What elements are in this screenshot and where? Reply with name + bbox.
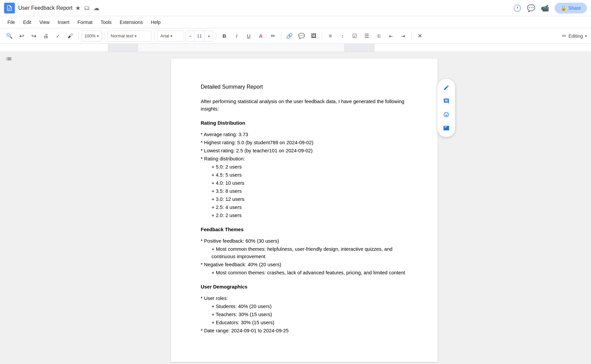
floating-suggest-button[interactable] (440, 122, 452, 134)
separator-1 (78, 32, 79, 40)
search-icon: 🔍 (6, 33, 13, 39)
image-button[interactable]: 🖼 (308, 31, 319, 41)
rating-3-5: + 3.5: 8 users (212, 187, 408, 195)
italic-button[interactable]: I (231, 31, 242, 41)
increase-indent-icon: ⇥ (401, 33, 405, 39)
separator-6 (322, 32, 322, 40)
rating-5: + 5.0: 2 users (212, 163, 408, 171)
menu-item-view[interactable]: View (36, 18, 53, 26)
font-label: Arial (160, 33, 169, 38)
zoom-dropdown[interactable]: 100% ▾ (81, 31, 102, 41)
ruler-left-margin (108, 44, 138, 52)
editing-label: Editing (568, 33, 583, 39)
meet-icon[interactable]: 📹 (541, 4, 549, 12)
numbered-list-button[interactable]: ① (373, 31, 384, 41)
style-dropdown[interactable]: Normal text ▾ (108, 31, 151, 41)
demographics-items: * User roles: + Students: 40% (20 users)… (201, 295, 408, 334)
print-icon: 🖨 (43, 33, 49, 39)
bullet-list-button[interactable]: ☰ (361, 31, 372, 41)
decrease-indent-button[interactable]: ⇤ (386, 31, 396, 41)
link-button[interactable]: 🔗 (284, 31, 295, 41)
font-size-decrease[interactable]: − (186, 31, 194, 41)
style-label: Normal text (111, 33, 133, 38)
numbered-list-icon: ① (377, 33, 381, 39)
align-button[interactable]: ≡ (325, 31, 336, 41)
bold-button[interactable]: B (219, 31, 230, 41)
clear-format-icon: ✕ (418, 33, 422, 39)
menu-item-format[interactable]: Format (74, 18, 96, 26)
increase-indent-button[interactable]: ⇥ (398, 31, 409, 41)
drive-icon[interactable]: 🗂 (84, 4, 90, 11)
separator-2 (105, 32, 105, 40)
outline-button[interactable] (5, 56, 12, 64)
app-icon (4, 3, 15, 13)
title-right: 🕐 💬 📹 🔒 Share (513, 3, 587, 13)
redo-button[interactable]: ↪ (28, 31, 39, 41)
educators-stat: + Educators: 30% (15 users) (212, 319, 408, 326)
cloud-icon[interactable]: ☁ (93, 4, 100, 12)
doc-page[interactable]: Detailed Summary Report After performing… (171, 59, 438, 362)
avg-rating: * Average rating: 3.73 (201, 131, 408, 138)
main-layout: Detailed Summary Report After performing… (0, 52, 591, 364)
undo-icon: ↩ (19, 32, 24, 40)
menu-item-file[interactable]: File (4, 18, 19, 26)
decrease-indent-icon: ⇤ (389, 33, 393, 39)
font-size-input[interactable] (194, 31, 205, 41)
menu-item-extensions[interactable]: Extensions (116, 18, 146, 26)
lock-icon: 🔒 (561, 5, 566, 11)
negative-feedback: * Negative feedback: 40% (20 users) (201, 261, 408, 268)
text-color-button[interactable]: A (255, 31, 266, 41)
doc-area[interactable]: Detailed Summary Report After performing… (18, 52, 591, 364)
highest-rating: * Highest rating: 5.0 (by student789 on … (201, 139, 408, 146)
comment-button[interactable]: 💬 (296, 31, 307, 41)
text-color-icon: A (259, 33, 263, 39)
separator-3 (154, 32, 154, 40)
spell-check-button[interactable]: ✓ (53, 31, 63, 41)
floating-emoji-button[interactable] (440, 109, 452, 121)
clear-format-button[interactable]: ✕ (414, 31, 425, 41)
feedback-title: Feedback Themes (201, 226, 408, 233)
undo-button[interactable]: ↩ (16, 31, 27, 41)
underline-button[interactable]: U (243, 31, 254, 41)
user-roles-label: * User roles: (201, 295, 408, 302)
bold-icon: B (223, 33, 226, 39)
left-sidebar (0, 52, 18, 364)
editing-chevron: ▾ (585, 34, 587, 38)
font-dropdown[interactable]: Arial ▾ (157, 31, 184, 41)
ruler-content (108, 44, 374, 52)
doc-intro: After performing statistical analysis on… (201, 98, 408, 113)
redo-icon: ↪ (31, 32, 36, 40)
floating-edit-button[interactable] (440, 82, 452, 94)
teachers-stat: + Teachers: 30% (15 users) (212, 311, 408, 318)
comments-icon[interactable]: 💬 (527, 4, 535, 12)
editing-mode[interactable]: ✏ Editing ▾ (562, 33, 587, 39)
menu-item-help[interactable]: Help (147, 18, 164, 26)
doc-title[interactable]: User Feedback Report (18, 5, 73, 11)
floating-add-comment-button[interactable] (440, 95, 452, 107)
paint-format-button[interactable]: 🖌 (65, 31, 76, 41)
highlight-button[interactable]: ✏ (268, 31, 278, 41)
floating-actions (438, 79, 455, 137)
share-button[interactable]: 🔒 Share (555, 3, 587, 13)
highlight-icon: ✏ (271, 33, 275, 39)
line-spacing-icon: ↕ (341, 33, 344, 39)
rating-title: Rating Distribution (201, 119, 408, 127)
search-button[interactable]: 🔍 (4, 31, 15, 41)
menu-item-tools[interactable]: Tools (97, 18, 115, 26)
doc-title-text: Detailed Summary Report (201, 83, 408, 91)
print-button[interactable]: 🖨 (40, 31, 51, 41)
feedback-items: * Positive feedback: 60% (30 users) + Mo… (201, 237, 408, 276)
rating-3-0: + 3.0: 12 users (212, 195, 408, 203)
doc-content: Detailed Summary Report After performing… (201, 83, 408, 334)
line-spacing-button[interactable]: ↕ (337, 31, 348, 41)
checklist-button[interactable]: ☑ (349, 31, 360, 41)
menu-item-insert[interactable]: Insert (54, 18, 73, 26)
font-size-increase[interactable]: + (205, 31, 213, 41)
menu-bar: FileEditViewInsertFormatToolsExtensionsH… (0, 16, 591, 28)
star-icon[interactable]: ★ (75, 4, 81, 12)
history-icon[interactable]: 🕐 (513, 4, 522, 12)
positive-feedback: * Positive feedback: 60% (30 users) (201, 237, 408, 245)
image-icon: 🖼 (311, 33, 316, 39)
ruler (0, 44, 591, 52)
menu-item-edit[interactable]: Edit (20, 18, 35, 26)
